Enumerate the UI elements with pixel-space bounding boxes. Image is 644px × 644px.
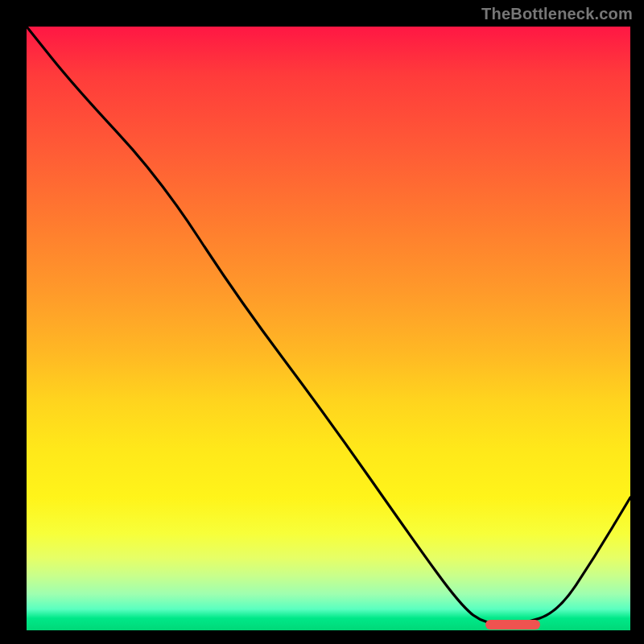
chart-frame: TheBottleneck.com: [0, 0, 644, 644]
plot-area: [27, 27, 630, 630]
optimal-range-marker: [485, 620, 540, 630]
watermark-text: TheBottleneck.com: [481, 5, 633, 23]
bottleneck-curve: [27, 27, 630, 625]
curve-svg: [27, 27, 630, 630]
